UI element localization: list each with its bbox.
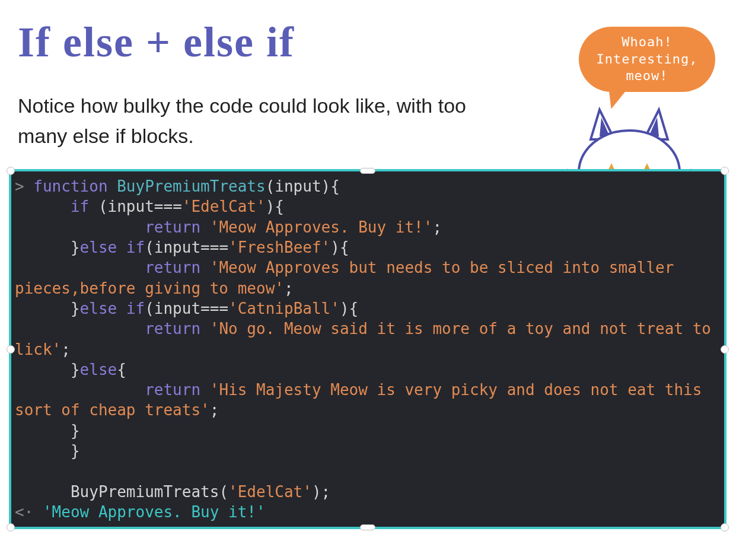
speech-bubble: Whoah! Interesting, meow! [579, 27, 715, 92]
subtitle-text: Notice how bulky the code could look lik… [18, 91, 480, 151]
input-prompt-icon: > [15, 177, 24, 195]
resize-handle-mid-right-icon[interactable] [721, 345, 729, 354]
code-output: 'Meow Approves. Buy it!' [43, 503, 266, 521]
code-block[interactable]: > function BuyPremiumTreats(input){ if (… [9, 169, 726, 529]
resize-handle-top-left-icon[interactable] [7, 167, 15, 175]
resize-handle-bottom-mid-icon[interactable] [360, 524, 375, 530]
resize-handle-mid-left-icon[interactable] [7, 345, 15, 354]
resize-handle-top-right-icon[interactable] [721, 167, 729, 175]
slide: If else + else if Notice how bulky the c… [0, 18, 733, 560]
code-content: > function BuyPremiumTreats(input){ if (… [11, 171, 724, 527]
resize-handle-bottom-left-icon[interactable] [7, 523, 15, 532]
output-prompt-icon: <· [15, 503, 33, 521]
resize-handle-bottom-right-icon[interactable] [721, 523, 729, 532]
resize-handle-top-mid-icon[interactable] [360, 168, 375, 174]
